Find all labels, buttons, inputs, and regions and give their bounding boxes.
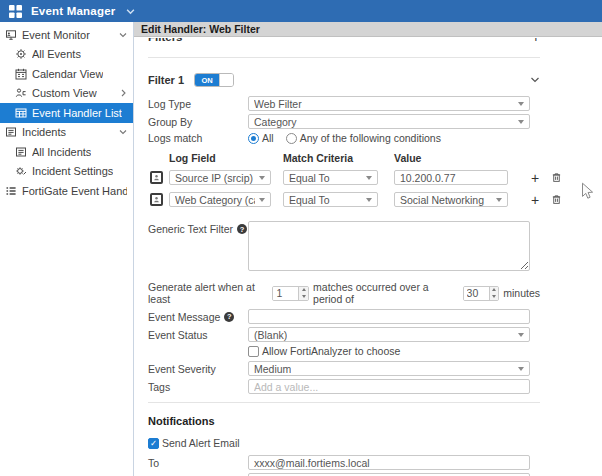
condition-criteria-dropdown[interactable]: Equal To (283, 170, 378, 185)
condition-criteria-value: Equal To (289, 194, 330, 206)
alert-period-input[interactable] (464, 287, 489, 300)
app-grid-icon[interactable] (9, 5, 22, 18)
column-log-field: Log Field (169, 152, 271, 164)
event-status-value: (Blank) (254, 329, 287, 341)
logs-match-any-radio[interactable] (286, 133, 297, 144)
notifications-title: Notifications (148, 415, 540, 427)
stepper-arrows[interactable] (298, 287, 308, 300)
filter-enabled-toggle[interactable]: ON (194, 73, 234, 87)
sidebar-item-event-handler-list[interactable]: Event Handler List (0, 103, 133, 123)
condition-value-dropdown[interactable]: Social Networking (394, 192, 508, 207)
log-type-value: Web Filter (254, 98, 302, 110)
conditions-table-header: Log Field Match Criteria Value (150, 152, 540, 164)
sidebar-item-all-incidents[interactable]: All Incidents (0, 142, 133, 162)
caret-down-icon (366, 198, 372, 202)
generic-text-filter-textarea[interactable] (248, 221, 530, 271)
sidebar-item-custom-view[interactable]: Custom View (0, 84, 133, 104)
caret-down-icon (518, 367, 524, 371)
alert-period-stepper[interactable] (463, 286, 500, 301)
chevron-down-icon[interactable] (119, 128, 127, 136)
event-severity-dropdown[interactable]: Medium (248, 361, 530, 376)
column-match-criteria: Match Criteria (283, 152, 378, 164)
custom-view-icon (15, 87, 27, 99)
condition-criteria-dropdown[interactable]: Equal To (283, 192, 378, 207)
caret-down-icon (366, 176, 372, 180)
alert-count-stepper[interactable] (272, 286, 309, 301)
email-to-label: To (148, 457, 248, 469)
sidebar-item-fortigate-event-handlers[interactable]: FortiGate Event Handlers (0, 181, 133, 201)
condition-field-dropdown[interactable]: Web Category (catdesc) (169, 192, 271, 207)
help-icon[interactable]: ? (224, 312, 234, 322)
divider (148, 402, 540, 403)
help-icon[interactable]: ? (237, 224, 247, 234)
table-icon (15, 107, 27, 119)
sidebar: Event Monitor All Events Calendar View C… (0, 22, 134, 476)
caret-down-icon (259, 198, 265, 202)
condition-field-value: Web Category (catdesc) (175, 194, 255, 206)
caret-down-icon (259, 176, 265, 180)
page-title: Edit Handler: Web Filter (134, 22, 602, 37)
event-severity-value: Medium (254, 363, 291, 375)
allow-fortianalyzer-checkbox[interactable] (248, 346, 259, 357)
column-value: Value (394, 152, 508, 164)
event-status-label: Event Status (148, 329, 248, 341)
event-severity-label: Event Severity (148, 363, 248, 375)
sidebar-item-label: All Events (32, 48, 81, 60)
add-condition-button[interactable]: + (529, 194, 541, 206)
list-icon (5, 185, 17, 197)
sidebar-item-label: Event Monitor (22, 29, 90, 41)
add-condition-button[interactable]: + (529, 172, 541, 184)
generic-text-filter-label: Generic Text Filter ? (148, 223, 248, 235)
log-field-type-icon[interactable] (150, 193, 163, 206)
sidebar-item-label: Custom View (32, 87, 97, 99)
send-alert-email-label: Send Alert Email (162, 437, 240, 449)
condition-value-input[interactable] (394, 170, 508, 185)
app-title[interactable]: Event Manager (31, 5, 115, 17)
sidebar-item-all-events[interactable]: All Events (0, 45, 133, 65)
event-message-input[interactable] (248, 309, 530, 324)
incidents-icon (15, 146, 27, 158)
log-field-type-icon[interactable] (150, 171, 163, 184)
delete-condition-icon[interactable] (551, 194, 563, 205)
gear-icon (15, 48, 27, 60)
monitor-icon (5, 29, 17, 41)
caret-down-icon (496, 198, 502, 202)
sidebar-item-incident-settings[interactable]: Incident Settings (0, 162, 133, 182)
add-filter-button[interactable]: + (532, 38, 540, 44)
logs-match-all-radio[interactable] (248, 133, 259, 144)
condition-field-dropdown[interactable]: Source IP (srcip) (169, 170, 271, 185)
alert-count-input[interactable] (273, 287, 298, 300)
condition-row: Source IP (srcip) Equal To + (150, 170, 540, 185)
condition-row: Web Category (catdesc) Equal To Social N… (150, 192, 540, 207)
chevron-right-icon[interactable] (119, 89, 127, 97)
logs-match-label: Logs match (148, 132, 248, 144)
filters-section-title: Filters (148, 38, 183, 43)
log-type-dropdown[interactable]: Web Filter (248, 96, 530, 111)
tags-label: Tags (148, 381, 248, 393)
sidebar-item-label: FortiGate Event Handlers (22, 185, 127, 197)
incidents-icon (5, 126, 17, 138)
alert-text-3: minutes (503, 287, 540, 299)
sidebar-item-label: All Incidents (32, 146, 91, 158)
event-status-dropdown[interactable]: (Blank) (248, 327, 530, 342)
group-by-dropdown[interactable]: Category (248, 114, 530, 129)
stepper-arrows[interactable] (489, 287, 499, 300)
sidebar-item-incidents[interactable]: Incidents (0, 123, 133, 143)
collapse-filter-chevron-icon[interactable] (530, 75, 540, 85)
send-alert-email-checkbox[interactable] (148, 438, 159, 449)
sidebar-item-label: Calendar View (32, 68, 103, 80)
sidebar-item-label: Incident Settings (32, 165, 113, 177)
email-to-input[interactable] (248, 455, 530, 470)
group-by-value: Category (254, 116, 297, 128)
tags-input[interactable] (248, 379, 530, 394)
sidebar-item-label: Incidents (22, 126, 66, 138)
toggle-knob (219, 74, 233, 86)
caret-down-icon (518, 120, 524, 124)
sidebar-item-event-monitor[interactable]: Event Monitor (0, 25, 133, 45)
delete-condition-icon[interactable] (551, 172, 563, 183)
alert-text-2: matches occurred over a period of (313, 281, 458, 305)
chevron-down-icon[interactable] (119, 31, 127, 39)
sidebar-item-calendar-view[interactable]: Calendar View (0, 64, 133, 84)
caret-down-icon (518, 333, 524, 337)
chevron-down-icon[interactable] (126, 7, 135, 16)
